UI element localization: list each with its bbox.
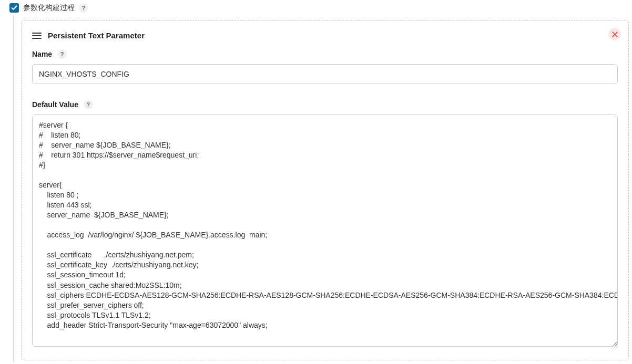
name-input[interactable] <box>32 64 618 84</box>
parameter-title: Persistent Text Parameter <box>48 31 145 40</box>
tree-line <box>13 16 14 362</box>
default-value-textarea[interactable] <box>32 115 618 347</box>
name-label-row: Name ? <box>32 49 618 59</box>
parameterized-build-label: 参数化构建过程 <box>23 3 75 13</box>
default-value-label: Default Value <box>32 100 78 109</box>
parameterized-build-row: 参数化构建过程 ? <box>9 3 632 13</box>
drag-handle-icon[interactable] <box>32 33 42 39</box>
remove-parameter-button[interactable] <box>608 28 621 40</box>
close-icon <box>612 32 618 37</box>
name-field: Name ? <box>32 49 618 84</box>
default-value-field: Default Value ? <box>32 100 618 348</box>
parameter-block: Persistent Text Parameter Name ? Default… <box>21 20 629 360</box>
config-container: 参数化构建过程 ? Persistent Text Parameter Name… <box>0 0 632 364</box>
check-icon <box>11 5 17 11</box>
help-icon[interactable]: ? <box>84 100 93 109</box>
textarea-wrapper <box>32 115 618 348</box>
name-label: Name <box>32 50 52 58</box>
default-value-label-row: Default Value ? <box>32 100 618 109</box>
help-icon[interactable]: ? <box>57 49 67 59</box>
parameter-header: Persistent Text Parameter <box>32 31 618 40</box>
parameterized-build-checkbox[interactable] <box>9 3 19 13</box>
help-icon[interactable]: ? <box>79 3 88 13</box>
